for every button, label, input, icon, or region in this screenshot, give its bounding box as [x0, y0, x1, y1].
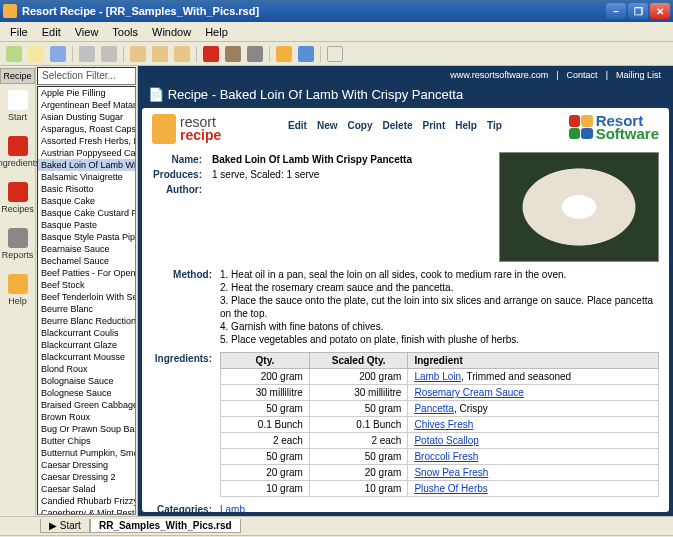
list-item[interactable]: Basque Cake Custard Filling — [38, 207, 135, 219]
recipe-icon[interactable] — [225, 46, 241, 62]
outlook-bar: Recipe StartIngredientsRecipesReportsHel… — [0, 66, 36, 516]
ingredient-link[interactable]: Broccoli Fresh — [414, 451, 478, 462]
outlook-ingredients[interactable]: Ingredients — [0, 130, 40, 176]
action-help[interactable]: Help — [455, 120, 477, 131]
list-item[interactable]: Caesar Dressing 2 — [38, 471, 135, 483]
table-row: 50 gram50 gramBroccoli Fresh — [221, 449, 659, 465]
ingredient-link[interactable]: Rosemary Cream Sauce — [414, 387, 523, 398]
ingredients-label: Ingredients: — [152, 352, 212, 497]
tab-start[interactable]: ▶ Start — [40, 519, 90, 533]
list-item[interactable]: Candied Rhubarb Frizzy — [38, 495, 135, 507]
category-link[interactable]: Lamb — [220, 503, 659, 512]
ingredient-link[interactable]: Snow Pea Fresh — [414, 467, 488, 478]
action-delete[interactable]: Delete — [383, 120, 413, 131]
outlook-start[interactable]: Start — [0, 84, 40, 130]
menu-edit[interactable]: Edit — [36, 24, 67, 40]
help-icon[interactable] — [276, 46, 292, 62]
open-icon[interactable] — [28, 46, 44, 62]
table-row: 0.1 Bunch0.1 BunchChives Fresh — [221, 417, 659, 433]
list-item[interactable]: Baked Loin Of Lamb With Cr — [38, 159, 135, 171]
selection-filter[interactable]: Selection Filter... — [37, 67, 136, 85]
list-item[interactable]: Bechamel Sauce — [38, 255, 135, 267]
menu-view[interactable]: View — [69, 24, 105, 40]
list-item[interactable]: Apple Pie Filling — [38, 87, 135, 99]
list-item[interactable]: Basque Paste — [38, 219, 135, 231]
tab-document[interactable]: RR_Samples_With_Pics.rsd — [90, 519, 241, 533]
list-item[interactable]: Balsamic Vinaigrette — [38, 171, 135, 183]
list-item[interactable]: Blond Roux — [38, 363, 135, 375]
table-row: 200 gram200 gramLamb Loin, Trimmed and s… — [221, 369, 659, 385]
recipe-photo — [499, 152, 659, 262]
list-item[interactable]: Basque Style Pasta Piperade — [38, 231, 135, 243]
menu-tools[interactable]: Tools — [106, 24, 144, 40]
page-title: 📄 Recipe - Baked Loin Of Lamb With Crisp… — [142, 84, 669, 108]
ingredient-link[interactable]: Lamb Loin — [414, 371, 461, 382]
list-item[interactable]: Assorted Fresh Herbs, Finely — [38, 135, 135, 147]
list-item[interactable]: Blackcurrant Mousse — [38, 351, 135, 363]
list-item[interactable]: Beef Tenderloin With Seeded — [38, 291, 135, 303]
menu-file[interactable]: File — [4, 24, 34, 40]
new-icon[interactable] — [6, 46, 22, 62]
list-item[interactable]: Austrian Poppyseed Cake — [38, 147, 135, 159]
list-item[interactable]: Beef Patties - For Open Face — [38, 267, 135, 279]
list-item[interactable]: Basque Cake — [38, 195, 135, 207]
list-item[interactable]: Caperberry & Mint Pesto — [38, 507, 135, 515]
app-icon — [3, 4, 17, 18]
list-item[interactable]: Bug Or Prawn Soup Base — [38, 423, 135, 435]
menu-window[interactable]: Window — [146, 24, 197, 40]
list-item[interactable]: Butter Chips — [38, 435, 135, 447]
list-item[interactable]: Bolognese Sauce — [38, 387, 135, 399]
link-mailing[interactable]: Mailing List — [616, 70, 661, 80]
close-button[interactable]: ✕ — [650, 3, 670, 19]
outlook-help[interactable]: Help — [0, 268, 40, 314]
list-item[interactable]: Blackcurrant Coulis — [38, 327, 135, 339]
minimize-button[interactable]: – — [606, 3, 626, 19]
ingredient-icon[interactable] — [203, 46, 219, 62]
list-item[interactable]: Beef Stock — [38, 279, 135, 291]
print-icon[interactable] — [79, 46, 95, 62]
list-item[interactable]: Asian Dusting Sugar — [38, 111, 135, 123]
maximize-button[interactable]: ❐ — [628, 3, 648, 19]
outlook-reports[interactable]: Reports — [0, 222, 40, 268]
list-item[interactable]: Brown Roux — [38, 411, 135, 423]
report-icon[interactable] — [247, 46, 263, 62]
resort-software-logo: ResortSoftware — [569, 114, 659, 140]
outlook-tab-recipe[interactable]: Recipe — [0, 68, 35, 84]
action-new[interactable]: New — [317, 120, 338, 131]
action-print[interactable]: Print — [423, 120, 446, 131]
list-item[interactable]: Blackcurrant Glaze — [38, 339, 135, 351]
ingredient-link[interactable]: Potato Scallop — [414, 435, 479, 446]
link-site[interactable]: www.resortsoftware.com — [450, 70, 548, 80]
list-item[interactable]: Butternut Pumpkin, Smoked — [38, 447, 135, 459]
menu-help[interactable]: Help — [199, 24, 234, 40]
copy-icon[interactable] — [152, 46, 168, 62]
list-item[interactable]: Braised Green Cabbage Ball — [38, 399, 135, 411]
ingredient-link[interactable]: Plushe Of Herbs — [414, 483, 487, 494]
recipe-list[interactable]: Apple Pie FillingArgentinean Beef Matamb… — [37, 86, 136, 515]
preview-icon[interactable] — [101, 46, 117, 62]
action-copy[interactable]: Copy — [348, 120, 373, 131]
list-item[interactable]: Argentinean Beef Matambre — [38, 99, 135, 111]
recipe-list-pane: Selection Filter... Apple Pie FillingArg… — [36, 66, 138, 516]
action-edit[interactable]: Edit — [288, 120, 307, 131]
list-item[interactable]: Bearnaise Sauce — [38, 243, 135, 255]
list-item[interactable]: Beurre Blanc Reduction — [38, 315, 135, 327]
list-item[interactable]: Basic Risotto — [38, 183, 135, 195]
window-title: Resort Recipe - [RR_Samples_With_Pics.rs… — [22, 5, 606, 17]
table-row: 30 millilitre30 millilitreRosemary Cream… — [221, 385, 659, 401]
save-icon[interactable] — [50, 46, 66, 62]
list-item[interactable]: Caesar Dressing — [38, 459, 135, 471]
paste-icon[interactable] — [174, 46, 190, 62]
list-item[interactable]: Caesar Salad — [38, 483, 135, 495]
list-item[interactable]: Asparagus, Roast Capsicum, — [38, 123, 135, 135]
action-tip[interactable]: Tip — [487, 120, 502, 131]
ingredient-link[interactable]: Pancetta — [414, 403, 453, 414]
link-contact[interactable]: Contact — [567, 70, 598, 80]
about-icon[interactable] — [327, 46, 343, 62]
cut-icon[interactable] — [130, 46, 146, 62]
list-item[interactable]: Beurre Blanc — [38, 303, 135, 315]
outlook-recipes[interactable]: Recipes — [0, 176, 40, 222]
tip-icon[interactable] — [298, 46, 314, 62]
list-item[interactable]: Bolognaise Sauce — [38, 375, 135, 387]
ingredient-link[interactable]: Chives Fresh — [414, 419, 473, 430]
